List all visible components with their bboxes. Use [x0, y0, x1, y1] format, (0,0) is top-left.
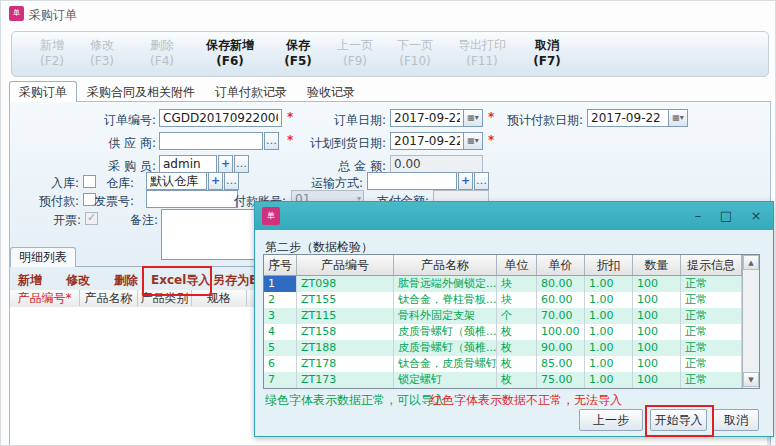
supplier-lookup-button[interactable]: … [264, 132, 279, 150]
table-cell: 100 [633, 308, 681, 324]
table-column-header[interactable]: 序号 [264, 255, 297, 275]
detail-grid-header-product-code[interactable]: 产品编号* [10, 290, 80, 306]
order-no-input[interactable] [159, 109, 282, 127]
supplier-input[interactable] [159, 132, 263, 150]
dialog-titlebar[interactable]: 单 – □ × [255, 202, 773, 230]
close-icon[interactable]: × [745, 206, 767, 226]
table-cell: 正常 [681, 356, 742, 372]
table-row[interactable]: 7ZT173锁定螺钉枚75.001.00100正常 [264, 372, 759, 388]
expect-pay-date-input[interactable] [587, 109, 669, 127]
tab-purchase-order[interactable]: 采购订单 [9, 81, 77, 102]
detail-add-button[interactable]: 新增 [18, 272, 42, 289]
order-no-label: 订单编号: [61, 112, 156, 129]
table-column-header[interactable]: 数量 [633, 255, 681, 275]
toolbar-button-cancel[interactable]: 取消(F7) [510, 37, 584, 69]
table-cell: 正常 [681, 340, 742, 356]
table-cell: ZT115 [297, 308, 394, 324]
table-cell: 100 [633, 324, 681, 340]
table-row[interactable]: 5ZT188皮质骨螺钉（颈椎...枚90.001.00100正常 [264, 340, 759, 356]
buyer-add-button[interactable]: + [218, 155, 233, 173]
table-column-header[interactable]: 折扣 [585, 255, 633, 275]
plan-arrival-input[interactable] [390, 132, 464, 150]
table-cell: 钛合金，皮质骨螺钉 [394, 356, 497, 372]
note-red: 红色字体表示数据不正常，无法导入 [430, 392, 622, 409]
table-cell: 1.00 [585, 292, 633, 308]
toolbar-button-delete: 删除(F4) [125, 37, 199, 69]
table-cell: ZT098 [297, 276, 394, 292]
scroll-down-icon[interactable]: ▼ [743, 372, 759, 387]
tab-detail-list[interactable]: 明细列表 [10, 247, 76, 267]
table-cell: 块 [497, 276, 537, 292]
expect-pay-date-picker-icon[interactable]: ▦▾ [668, 109, 688, 127]
table-row[interactable]: 2ZT155钛合金，脊柱骨板...块60.001.00100正常 [264, 292, 759, 308]
validation-table-header: 序号产品编号产品名称单位单价折扣数量提示信息 [264, 255, 759, 276]
warehouse-input[interactable] [146, 172, 207, 190]
total-amount-field [390, 155, 483, 173]
table-column-header[interactable]: 产品名称 [394, 255, 497, 275]
table-row[interactable]: 4ZT158皮质骨螺钉（颈椎...枚100.001.00100正常 [264, 324, 759, 340]
buyer-lookup-button[interactable]: … [234, 155, 249, 173]
table-cell: 7 [264, 372, 297, 388]
table-cell: 皮质骨螺钉（颈椎... [394, 324, 497, 340]
maximize-icon[interactable]: □ [715, 206, 737, 226]
detail-save-as-excel-button[interactable]: 另存为Ex [213, 272, 255, 289]
table-cell: 枚 [497, 356, 537, 372]
start-import-button[interactable]: 开始导入 [650, 409, 707, 431]
table-cell: 锁定螺钉 [394, 372, 497, 388]
note-green: 绿色字体表示数据正常，可以导入 [265, 392, 445, 409]
main-tabstrip: 采购订单 采购合同及相关附件 订单付款记录 验收记录 [9, 81, 769, 102]
tab-contract-attachments[interactable]: 采购合同及相关附件 [77, 81, 205, 102]
scroll-up-icon[interactable]: ▲ [743, 255, 759, 270]
plan-arrival-picker-icon[interactable]: ▦▾ [463, 132, 483, 150]
expect-pay-date-label: 预计付款日期: [483, 112, 583, 129]
detail-grid-header-product-category[interactable]: 产品类别 [138, 290, 192, 306]
table-cell: 100 [633, 292, 681, 308]
table-column-header[interactable]: 单价 [537, 255, 585, 275]
dialog-app-icon: 单 [262, 207, 280, 225]
buyer-label: 采 购 员: [61, 158, 156, 175]
detail-edit-button[interactable]: 修改 [66, 272, 90, 289]
detail-grid-header-product-name[interactable]: 产品名称 [80, 290, 138, 306]
table-row[interactable]: 3ZT115骨科外固定支架个70.001.00100正常 [264, 308, 759, 324]
invoice-no-label: 发票号: [69, 193, 134, 210]
minimize-icon[interactable]: – [687, 206, 709, 226]
table-cell: 75.00 [537, 372, 585, 388]
table-row[interactable]: 6ZT178钛合金，皮质骨螺钉枚85.001.00100正常 [264, 356, 759, 372]
detail-excel-import-button[interactable]: Excel导入 [151, 272, 210, 289]
toolbar-button-export-print: 导出打印(F11) [445, 37, 519, 69]
table-cell: 正常 [681, 308, 742, 324]
warehouse-lookup-button[interactable]: … [224, 172, 239, 190]
table-cell: 皮质骨螺钉（颈椎... [394, 340, 497, 356]
transport-lookup-button[interactable]: … [474, 172, 489, 190]
buyer-input[interactable] [159, 155, 217, 173]
plan-arrival-label: 计划到货日期: [289, 135, 386, 152]
table-row[interactable]: 1ZT098肱骨远端外侧锁定...块80.001.00100正常 [264, 276, 759, 292]
table-scrollbar[interactable]: ▲ ▼ [742, 255, 759, 388]
invoiced-checkbox [85, 212, 98, 225]
transport-input[interactable] [367, 172, 457, 190]
table-cell: 正常 [681, 324, 742, 340]
supplier-label: 供 应 商: [61, 135, 156, 152]
prev-step-button[interactable]: 上一步 [579, 409, 643, 431]
warehouse-label: 仓库: [89, 175, 134, 192]
detail-grid-header-spec[interactable]: 规格 [192, 290, 247, 306]
order-date-input[interactable] [390, 109, 464, 127]
table-cell: 100 [633, 340, 681, 356]
detail-delete-button[interactable]: 删除 [114, 272, 138, 289]
tab-acceptance-records[interactable]: 验收记录 [297, 81, 365, 102]
table-column-header[interactable]: 单位 [497, 255, 537, 275]
table-cell: 1.00 [585, 324, 633, 340]
table-column-header[interactable]: 产品编号 [297, 255, 394, 275]
table-cell: 1.00 [585, 356, 633, 372]
toolbar-button-save-new[interactable]: 保存新增(F6) [193, 37, 267, 69]
table-cell: 钛合金，脊柱骨板... [394, 292, 497, 308]
transport-add-button[interactable]: + [458, 172, 473, 190]
tab-payment-records[interactable]: 订单付款记录 [205, 81, 297, 102]
table-cell: 块 [497, 292, 537, 308]
table-column-header[interactable]: 提示信息 [681, 255, 742, 275]
table-cell: ZT188 [297, 340, 394, 356]
warehouse-add-button[interactable]: + [208, 172, 223, 190]
table-cell: ZT173 [297, 372, 394, 388]
order-date-picker-icon[interactable]: ▦▾ [463, 109, 483, 127]
dialog-cancel-button[interactable]: 取消 [713, 409, 759, 431]
